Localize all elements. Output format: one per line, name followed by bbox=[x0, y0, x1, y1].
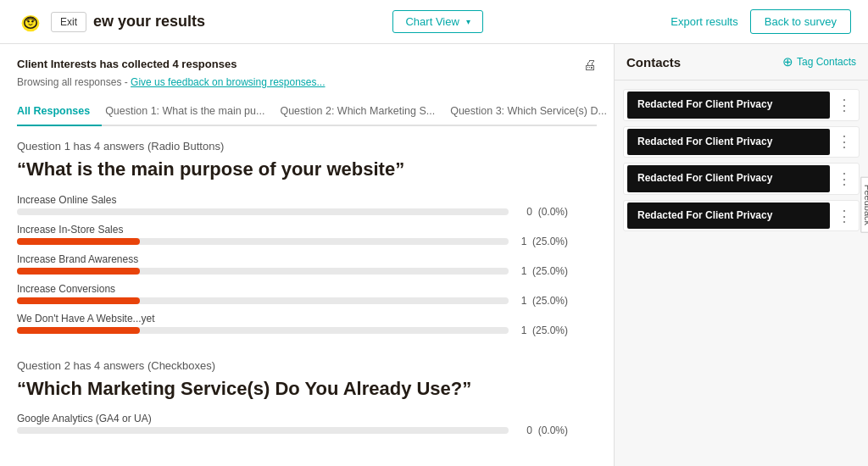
topbar-center: Chart View ▾ bbox=[392, 10, 482, 33]
content-area: Client Interests has collected 4 respons… bbox=[0, 44, 614, 466]
contacts-sidebar: Contacts ⊕ Tag Contacts Redacted For Cli… bbox=[614, 44, 868, 466]
chart-view-button[interactable]: Chart View ▾ bbox=[392, 10, 482, 33]
contact-item: Redacted For Client Privacy ⋮ bbox=[623, 126, 860, 158]
bar-label: Increase Online Sales bbox=[17, 194, 597, 206]
bar-fill bbox=[17, 297, 140, 304]
browse-feedback-link[interactable]: Give us feedback on browsing responses..… bbox=[131, 76, 325, 88]
bar-container: 1 (25.0%) bbox=[17, 238, 509, 245]
print-icon[interactable]: 🖨 bbox=[583, 58, 597, 73]
tab-question-3[interactable]: Question 3: Which Service(s) D... bbox=[450, 98, 614, 125]
bar-label: We Don't Have A Website...yet bbox=[17, 313, 597, 325]
topbar-left: Exit ew your results bbox=[17, 8, 205, 36]
back-to-survey-button[interactable]: Back to survey bbox=[750, 9, 851, 34]
survey-header: Client Interests has collected 4 respons… bbox=[17, 58, 597, 73]
sidebar-header: Contacts ⊕ Tag Contacts bbox=[615, 44, 868, 80]
bar-stat: 1 (25.0%) bbox=[521, 265, 568, 277]
tab-question-1[interactable]: Question 1: What is the main pu... bbox=[105, 98, 276, 125]
bar-label: Increase Conversions bbox=[17, 283, 597, 295]
question-1-text: “What is the main purpose of your websit… bbox=[17, 158, 597, 182]
contact-name: Redacted For Client Privacy bbox=[627, 92, 830, 119]
question-2-text: “Which Marketing Service(s) Do You Alrea… bbox=[17, 377, 597, 402]
bar-track bbox=[17, 268, 509, 275]
bar-fill bbox=[17, 268, 140, 275]
tab-question-2[interactable]: Question 2: Which Marketing S... bbox=[280, 98, 447, 125]
chart-view-label: Chart View bbox=[405, 15, 459, 28]
bar-track bbox=[17, 427, 509, 434]
question-2-section: Question 2 has 4 answers (Checkboxes) “W… bbox=[17, 359, 597, 435]
question-2-meta: Question 2 has 4 answers (Checkboxes) bbox=[17, 359, 597, 372]
sidebar-title: Contacts bbox=[626, 55, 681, 69]
svg-point-3 bbox=[27, 20, 29, 22]
bar-container: 1 (25.0%) bbox=[17, 268, 509, 275]
contact-item: Redacted For Client Privacy ⋮ bbox=[623, 163, 860, 195]
page-title: ew your results bbox=[93, 13, 205, 31]
bar-stat: 1 (25.0%) bbox=[521, 236, 568, 247]
export-results-link[interactable]: Export results bbox=[670, 15, 737, 28]
tab-all-responses[interactable]: All Responses bbox=[17, 98, 102, 126]
bar-stat: 1 (25.0%) bbox=[521, 295, 568, 307]
bar-stat: 0 (0.0%) bbox=[526, 206, 568, 218]
question-1-meta: Question 1 has 4 answers (Radio Buttons) bbox=[17, 140, 597, 153]
contact-name: Redacted For Client Privacy bbox=[627, 165, 830, 192]
bar-track bbox=[17, 297, 509, 304]
contact-more-button[interactable]: ⋮ bbox=[833, 132, 855, 151]
bar-label: Increase In-Store Sales bbox=[17, 224, 597, 236]
tag-contacts-label: Tag Contacts bbox=[797, 56, 856, 68]
contact-more-button[interactable]: ⋮ bbox=[833, 96, 855, 114]
topbar: Exit ew your results Chart View ▾ Export… bbox=[0, 0, 868, 44]
bar-track bbox=[17, 327, 509, 334]
exit-button[interactable]: Exit bbox=[51, 12, 86, 32]
bar-container: 1 (25.0%) bbox=[17, 327, 509, 334]
svg-point-4 bbox=[31, 20, 33, 22]
mailchimp-logo bbox=[17, 8, 44, 36]
tabs-row: All Responses Question 1: What is the ma… bbox=[17, 98, 597, 126]
contact-item: Redacted For Client Privacy ⋮ bbox=[623, 200, 860, 232]
bar-container: 1 (25.0%) bbox=[17, 297, 509, 304]
browse-note: Browsing all responses - Give us feedbac… bbox=[17, 76, 597, 88]
contact-more-button[interactable]: ⋮ bbox=[833, 207, 855, 225]
plus-circle-icon: ⊕ bbox=[782, 54, 793, 69]
topbar-right: Export results Back to survey bbox=[670, 9, 851, 34]
bar-container: 0 (0.0%) bbox=[17, 208, 509, 215]
bar-label: Increase Brand Awareness bbox=[17, 253, 597, 265]
survey-collected-label: Client Interests has collected 4 respons… bbox=[17, 58, 236, 70]
svg-point-2 bbox=[25, 18, 36, 27]
bar-fill bbox=[17, 327, 140, 334]
bar-row: Google Analytics (GA4 or UA) 0 (0.0%) bbox=[17, 413, 597, 434]
contacts-list: Redacted For Client Privacy ⋮ Redacted F… bbox=[615, 80, 868, 466]
bar-track bbox=[17, 238, 509, 245]
main-layout: Client Interests has collected 4 respons… bbox=[0, 44, 868, 466]
contact-more-button[interactable]: ⋮ bbox=[833, 169, 855, 188]
bar-row: Increase In-Store Sales 1 (25.0%) bbox=[17, 224, 597, 245]
feedback-tab[interactable]: Feedback bbox=[860, 177, 868, 233]
bar-container: 0 (0.0%) bbox=[17, 427, 509, 434]
contact-name: Redacted For Client Privacy bbox=[627, 202, 830, 230]
browse-note-text: Browsing all responses - bbox=[17, 76, 131, 88]
contact-name: Redacted For Client Privacy bbox=[627, 129, 830, 156]
bar-row: Increase Brand Awareness 1 (25.0%) bbox=[17, 253, 597, 275]
bar-stat: 0 (0.0%) bbox=[526, 424, 568, 436]
chevron-down-icon: ▾ bbox=[466, 17, 470, 26]
tag-contacts-button[interactable]: ⊕ Tag Contacts bbox=[782, 54, 856, 69]
bar-label: Google Analytics (GA4 or UA) bbox=[17, 413, 597, 424]
bar-stat: 1 (25.0%) bbox=[521, 325, 568, 336]
bar-fill bbox=[17, 238, 140, 245]
question-1-section: Question 1 has 4 answers (Radio Buttons)… bbox=[17, 140, 597, 334]
bar-track bbox=[17, 208, 509, 215]
bar-row: Increase Online Sales 0 (0.0%) bbox=[17, 194, 597, 215]
bar-row: Increase Conversions 1 (25.0%) bbox=[17, 283, 597, 304]
bar-row: We Don't Have A Website...yet 1 (25.0%) bbox=[17, 313, 597, 334]
contact-item: Redacted For Client Privacy ⋮ bbox=[623, 89, 860, 121]
